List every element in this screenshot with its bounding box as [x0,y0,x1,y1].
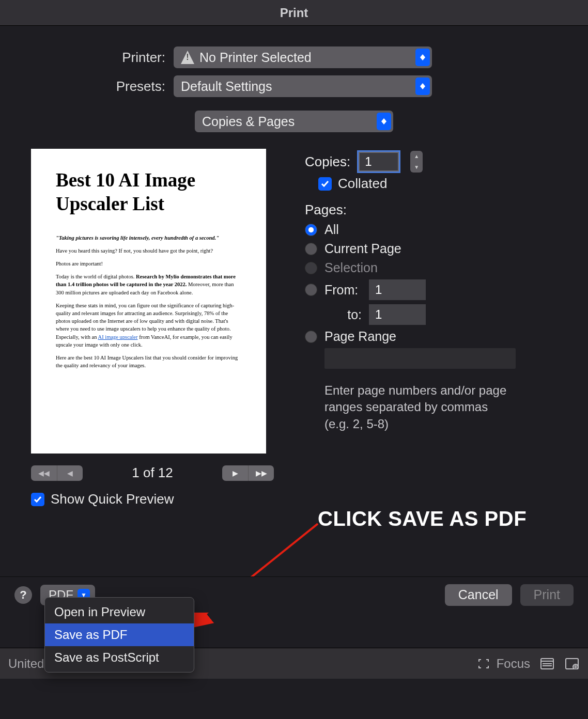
printer-value: No Printer Selected [199,50,312,65]
pager-fwd-group[interactable]: ▶ ▶▶ [222,465,274,481]
chevron-down-icon: ▼ [410,162,423,173]
chevron-up-icon: ▲ [410,151,423,162]
page-preview: Best 10 AI Image Upscaler List "Taking p… [31,149,266,454]
preview-p3: Today is the world of digital photos. Re… [56,273,241,296]
printer-select[interactable]: No Printer Selected [174,46,432,68]
menu-open-in-preview[interactable]: Open in Preview [45,601,194,623]
collated-checkbox[interactable] [318,177,332,191]
preview-quote: "Taking pictures is savoring life intens… [56,234,241,242]
menu-save-as-pdf[interactable]: Save as PDF [45,623,194,646]
section-select[interactable]: Copies & Pages [195,111,393,132]
pages-current-label: Current Page [324,241,401,256]
pages-label: Pages: [305,202,557,218]
focus-mode-button[interactable]: Focus [476,657,530,671]
pages-from-radio[interactable] [305,284,317,296]
preview-p4: Keeping these stats in mind, you can fig… [56,302,241,349]
pdf-dropdown-menu: Open in Preview Save as PDF Save as Post… [44,597,194,673]
focus-icon [476,657,491,670]
pages-selection-radio [305,262,317,274]
pages-selection-label: Selection [324,260,378,275]
preview-p1: Have you heard this saying? If not, you … [56,247,241,255]
next-page-icon: ▶ [222,465,248,481]
printer-label: Printer: [31,50,165,66]
sidebar-icon[interactable] [539,657,555,670]
updown-icon [415,77,430,95]
collated-label: Collated [338,176,387,192]
presets-label: Presets: [31,79,165,95]
menu-save-as-postscript[interactable]: Save as PostScript [45,646,194,669]
updown-icon [415,49,430,66]
presets-value: Default Settings [181,79,272,94]
pages-from-label: From: [324,283,362,298]
pager-label: 1 of 12 [94,465,211,481]
preview-p2: Photos are important! [56,260,241,268]
window-title: Print [280,6,308,20]
prev-page-icon: ◀ [57,465,83,481]
help-button[interactable]: ? [14,586,32,604]
pages-all-radio[interactable] [305,224,317,236]
copies-input[interactable] [359,152,399,171]
pages-to-input[interactable] [369,304,426,325]
copies-stepper[interactable]: ▲ ▼ [410,151,423,173]
first-page-icon: ◀◀ [31,465,57,481]
print-button: Print [520,584,574,606]
preview-heading: Best 10 AI Image Upscaler List [56,168,241,216]
pages-range-radio[interactable] [305,331,317,343]
pager-back-group[interactable]: ◀◀ ◀ [31,465,83,481]
cancel-button[interactable]: Cancel [445,584,512,606]
web-layout-icon[interactable] [564,657,580,670]
show-quick-preview-checkbox[interactable] [31,493,44,506]
pages-from-input[interactable] [369,279,426,300]
updown-icon [377,113,391,130]
preview-link: AI image upscaler [98,334,138,340]
pages-current-radio[interactable] [305,243,317,255]
preview-p5: Here are the best 10 AI Image Upscalers … [56,354,241,369]
focus-label: Focus [497,657,530,671]
page-range-input[interactable] [324,348,516,369]
preview-text: Today is the world of digital photos. [56,274,136,279]
copies-label: Copies: [305,154,350,170]
presets-select[interactable]: Default Settings [174,75,432,97]
status-left-text: United [8,657,44,671]
pages-range-label: Page Range [324,329,396,344]
warning-icon [181,51,194,64]
annotation-text: CLICK SAVE AS PDF [318,507,527,530]
pages-help-text: Enter page numbers and/or page ranges se… [324,382,516,432]
window-titlebar: Print [0,0,588,26]
print-dialog-body: Printer: No Printer Selected Presets: De… [0,26,588,512]
last-page-icon: ▶▶ [248,465,274,481]
pages-all-label: All [324,222,339,237]
pages-to-label: to: [324,307,362,322]
section-value: Copies & Pages [202,114,295,129]
show-quick-preview-label: Show Quick Preview [51,491,174,507]
